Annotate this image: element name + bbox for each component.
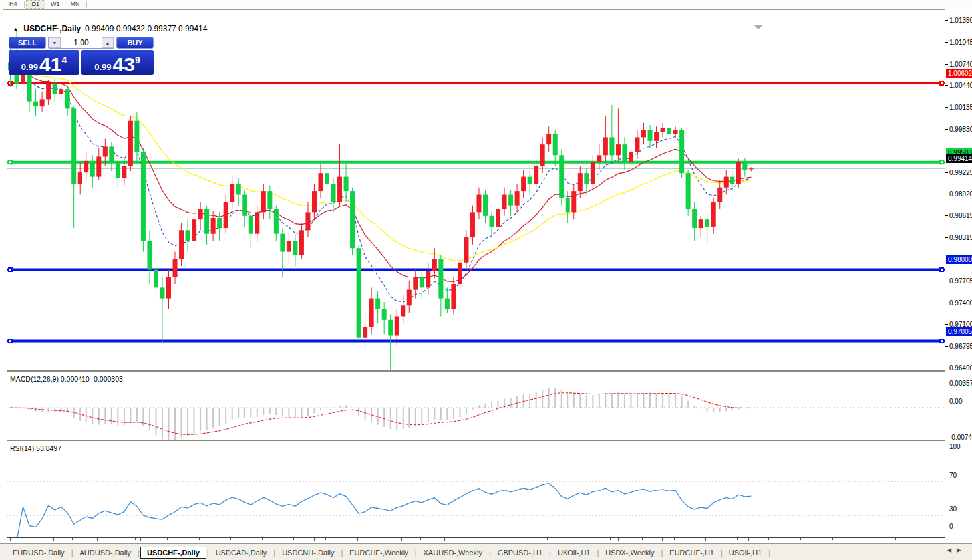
candle-body xyxy=(40,99,45,106)
macd-axis-label: -0.00749 xyxy=(949,434,972,441)
candle-body xyxy=(337,177,342,202)
price-chart-canvas[interactable] xyxy=(7,25,948,380)
chart-tab-usdchf-daily[interactable]: USDCHF-,Daily xyxy=(140,547,206,559)
level-anchor-center xyxy=(941,269,943,271)
tab-divider: | xyxy=(138,549,140,557)
chart-tab-usdcnh-daily[interactable]: USDCNH-,Daily xyxy=(276,547,340,559)
chart-tab-usdcad-daily[interactable]: USDCAD-,Daily xyxy=(210,547,273,559)
candle-body xyxy=(173,259,178,277)
toolbar-divider xyxy=(86,1,87,8)
rsi-axis-label: 0 xyxy=(949,523,953,530)
time-axis-major-tick xyxy=(618,538,619,541)
buy-quote-button[interactable]: 0.99 43 9 xyxy=(81,50,154,75)
candle-body xyxy=(515,191,520,206)
candle-body xyxy=(33,102,38,107)
candle-body xyxy=(546,134,551,144)
tab-scroll-left-icon[interactable]: ◀ xyxy=(947,547,957,553)
time-axis-major-tick xyxy=(662,538,663,541)
price-level-badge: 0.99414 xyxy=(946,154,972,163)
time-axis-tick xyxy=(674,538,675,540)
candle-body xyxy=(198,209,203,219)
candle-body xyxy=(559,155,564,198)
timeframe-button-mn[interactable]: MN xyxy=(65,0,85,9)
candle-body xyxy=(742,162,747,170)
timeframe-button-w1[interactable]: W1 xyxy=(45,0,65,9)
price-level-badge: 0.97005 xyxy=(946,327,972,336)
candle-body xyxy=(350,191,355,248)
candle-body xyxy=(267,191,272,209)
tab-divider: | xyxy=(489,549,491,557)
time-axis-tick xyxy=(167,538,168,540)
price-axis[interactable]: 1.013501.010451.007401.004401.001350.998… xyxy=(945,9,972,543)
time-axis-major-tick xyxy=(10,538,11,541)
time-axis-tick xyxy=(579,538,579,540)
rsi-axis-label: 70 xyxy=(949,472,957,479)
level-anchor-center xyxy=(941,340,943,342)
price-axis-label: 0.98615 xyxy=(949,212,972,219)
tab-scroll-right-icon[interactable]: ▶ xyxy=(957,547,967,553)
candle-body xyxy=(521,177,526,192)
price-axis-label: 0.97705 xyxy=(949,277,972,285)
time-axis-tick xyxy=(452,538,452,540)
chart-ohlc-values: 0.99409 0.99432 0.99377 0.99414 xyxy=(85,24,208,33)
price-axis-tick xyxy=(945,20,948,21)
chart-tab-eurusd-daily[interactable]: EURUSD-,Daily xyxy=(7,547,71,559)
chart-tab-ukoil-h1[interactable]: UKOil-,H1 xyxy=(552,547,597,559)
chart-tab-audusd-daily[interactable]: AUDUSD-,Daily xyxy=(73,547,137,559)
macd-signal-line xyxy=(11,393,752,435)
candle-body xyxy=(413,277,418,289)
moving-average-line-8 xyxy=(11,70,752,302)
price-axis-label: 0.98315 xyxy=(949,234,972,241)
volume-increase-button[interactable]: ▲ xyxy=(102,37,114,48)
buy-button[interactable]: BUY xyxy=(116,37,154,49)
level-anchor-center xyxy=(941,161,943,163)
chart-tab-eurchf-h1[interactable]: EURCHF-,H1 xyxy=(663,547,720,559)
candle-body xyxy=(116,162,120,178)
volume-input[interactable]: 1.00 xyxy=(61,37,102,48)
chart-marker-icon: ▲ xyxy=(13,26,19,33)
candle-body xyxy=(160,287,164,298)
price-axis-tick xyxy=(945,346,948,347)
candle-body xyxy=(528,177,532,184)
candle-body xyxy=(53,84,57,94)
candle-body xyxy=(464,237,468,263)
candle-body xyxy=(483,195,488,216)
time-axis-tick xyxy=(768,538,769,540)
time-axis-major-tick xyxy=(228,538,228,541)
chart-tab-xauusd-weekly[interactable]: XAUUSD-,Weekly xyxy=(418,547,488,559)
price-axis-tick xyxy=(945,237,948,238)
chart-tab-usdx-weekly[interactable]: USDX-,Weekly xyxy=(599,547,660,559)
volume-decrease-button[interactable]: ▼ xyxy=(49,37,61,48)
candle-body xyxy=(458,263,462,284)
panel-splitter[interactable] xyxy=(7,440,948,441)
tab-scroll-arrows: ◀▶ xyxy=(947,547,967,553)
time-axis-tick xyxy=(230,538,231,540)
price-level-badge: 1.00602 xyxy=(946,69,972,78)
sell-button[interactable]: SELL xyxy=(9,37,46,49)
candle-body xyxy=(280,234,285,252)
time-axis-tick xyxy=(262,538,263,540)
candle-body xyxy=(686,173,691,209)
rsi-panel-canvas[interactable] xyxy=(7,450,948,537)
candle-body xyxy=(496,209,500,227)
chart-tab-usoil-h1[interactable]: USOil-,H1 xyxy=(723,547,768,559)
time-axis-tick xyxy=(420,538,421,540)
panel-splitter[interactable] xyxy=(7,370,948,372)
chart-tab-gbpusd-h1[interactable]: GBPUSD-,H1 xyxy=(492,547,548,559)
timeframe-button-h4[interactable]: H4 xyxy=(4,0,23,9)
buy-price-sup: 9 xyxy=(135,55,140,65)
timeframe-button-d1[interactable]: D1 xyxy=(26,0,46,9)
time-axis-major-tick xyxy=(748,538,749,541)
moving-average-line-17 xyxy=(11,70,752,281)
chart-tab-eurchf-weekly[interactable]: EURCHF-,Weekly xyxy=(343,547,414,559)
candle-body xyxy=(192,219,196,241)
chart-shift-marker-icon[interactable] xyxy=(754,25,762,29)
macd-panel-canvas[interactable] xyxy=(7,381,948,449)
sell-quote-button[interactable]: 0.99 41 4 xyxy=(9,50,79,75)
sell-price-sup: 4 xyxy=(61,55,67,65)
candle-body xyxy=(249,216,253,234)
level-anchor-center xyxy=(9,269,11,271)
time-axis-major-tick xyxy=(271,538,271,541)
candle-body xyxy=(566,198,570,213)
candle-body xyxy=(141,152,146,241)
